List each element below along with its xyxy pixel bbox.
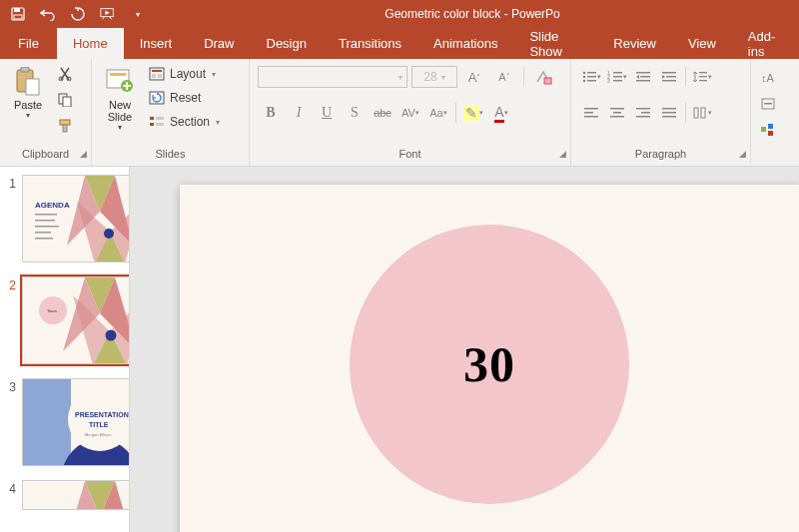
tab-home[interactable]: Home (57, 28, 124, 59)
svg-rect-2 (14, 15, 22, 19)
new-slide-label: New Slide (108, 99, 132, 123)
thumb-number: 1 (2, 175, 16, 263)
align-center-button[interactable] (605, 102, 629, 124)
columns-button[interactable]: ▾ (690, 102, 714, 124)
layout-button[interactable]: Layout ▾ (146, 63, 222, 85)
character-spacing-button[interactable]: AV▾ (398, 101, 423, 125)
tab-slideshow[interactable]: Slide Show (513, 28, 597, 59)
svg-rect-51 (613, 112, 621, 114)
svg-rect-11 (60, 120, 70, 125)
dialog-launcher-icon[interactable]: ◢ (559, 149, 566, 159)
tab-review[interactable]: Review (597, 28, 672, 59)
circle-value: 30 (463, 335, 515, 393)
section-button[interactable]: Section ▾ (146, 111, 222, 133)
clear-formatting-button[interactable] (530, 65, 556, 89)
slide-thumbnails-pane: 1 AGENDA (0, 167, 130, 532)
highlight-button[interactable]: ✎▾ (460, 101, 486, 125)
format-painter-button[interactable] (54, 115, 76, 137)
svg-rect-47 (584, 108, 598, 110)
svg-rect-33 (613, 72, 622, 74)
circle-shape[interactable]: 30 (350, 225, 629, 504)
slide-thumbnail-1[interactable]: AGENDA (22, 175, 130, 263)
slide-thumbnail-2[interactable]: Team (22, 276, 130, 364)
svg-rect-64 (761, 127, 766, 132)
tab-draw[interactable]: Draw (188, 28, 250, 59)
svg-rect-10 (63, 97, 71, 107)
workspace: 1 AGENDA (0, 167, 799, 532)
underline-button[interactable]: U (314, 101, 340, 125)
redo-icon[interactable] (70, 6, 86, 22)
layout-label: Layout (170, 67, 206, 81)
undo-icon[interactable] (40, 6, 56, 22)
convert-smartart-button[interactable] (757, 119, 781, 141)
qat-customize-icon[interactable]: ▾ (130, 6, 146, 22)
dialog-launcher-icon[interactable]: ◢ (80, 149, 87, 159)
increase-indent-button[interactable] (657, 66, 681, 88)
svg-rect-50 (610, 108, 624, 110)
slide-thumbnail-4[interactable] (22, 480, 130, 510)
text-direction-button[interactable]: ↕A (757, 67, 781, 89)
tab-insert[interactable]: Insert (124, 28, 189, 59)
align-left-button[interactable] (579, 102, 603, 124)
ribbon-tabs: File Home Insert Draw Design Transitions… (0, 28, 799, 59)
group-label-clipboard: Clipboard ◢ (0, 148, 91, 166)
chevron-down-icon: ▾ (118, 123, 122, 132)
svg-rect-24 (156, 123, 164, 126)
reset-button[interactable]: Reset (146, 87, 222, 109)
svg-text:TITLE: TITLE (89, 421, 109, 428)
save-icon[interactable] (10, 6, 26, 22)
tab-file[interactable]: File (0, 28, 57, 59)
text-shadow-button[interactable]: S (342, 101, 368, 125)
title-bar: ▾ Geometric color block - PowerPo (0, 0, 799, 28)
line-spacing-button[interactable]: ▾ (690, 66, 714, 88)
paste-button[interactable]: Paste ▾ (6, 63, 50, 120)
change-case-button[interactable]: Aa▾ (425, 101, 451, 125)
group-paragraph: ▾ 123▾ ▾ ▾ Paragraph ◢ (571, 59, 751, 166)
svg-rect-56 (662, 108, 676, 110)
svg-rect-59 (694, 108, 698, 118)
svg-rect-60 (701, 108, 705, 118)
justify-button[interactable] (657, 102, 681, 124)
copy-button[interactable] (54, 89, 76, 111)
window-title: Geometric color block - PowerPo (146, 7, 799, 21)
align-right-button[interactable] (631, 102, 655, 124)
start-slideshow-icon[interactable] (100, 6, 116, 22)
tab-addins[interactable]: Add-ins (732, 28, 799, 59)
slide-thumbnail-3[interactable]: PRESENTATION TITLE Morgan Ellison (22, 378, 130, 466)
slide-canvas[interactable]: 30 (180, 185, 799, 532)
group-label-font: Font ◢ (250, 148, 570, 166)
align-text-button[interactable] (757, 93, 781, 115)
svg-rect-27 (587, 72, 596, 74)
dialog-launcher-icon[interactable]: ◢ (739, 149, 746, 159)
numbering-button[interactable]: 123▾ (605, 66, 629, 88)
bold-button[interactable]: B (258, 101, 284, 125)
section-label: Section (170, 115, 210, 129)
new-slide-button[interactable]: New Slide ▾ (98, 63, 142, 132)
decrease-font-button[interactable]: A˅ (491, 65, 517, 89)
svg-point-28 (583, 76, 586, 79)
strikethrough-button[interactable]: abc (370, 101, 396, 125)
font-size-combo[interactable]: 28▾ (411, 66, 457, 88)
svg-rect-5 (21, 67, 29, 72)
tab-view[interactable]: View (672, 28, 732, 59)
italic-button[interactable]: I (286, 101, 312, 125)
tab-design[interactable]: Design (251, 28, 323, 59)
slide-canvas-area[interactable]: 30 (130, 167, 799, 532)
svg-rect-78 (35, 220, 55, 222)
font-color-button[interactable]: A▾ (488, 101, 514, 125)
tab-animations[interactable]: Animations (417, 28, 513, 59)
svg-point-26 (583, 72, 586, 75)
decrease-indent-button[interactable] (631, 66, 655, 88)
tab-transitions[interactable]: Transitions (323, 28, 417, 59)
svg-rect-18 (152, 74, 156, 78)
bullets-button[interactable]: ▾ (579, 66, 603, 88)
chevron-down-icon: ▾ (26, 111, 30, 120)
svg-rect-22 (156, 117, 164, 120)
font-name-combo[interactable]: ▾ (258, 66, 407, 88)
reset-icon (148, 89, 166, 107)
svg-rect-37 (613, 80, 622, 82)
thumb-number: 2 (2, 276, 16, 364)
increase-font-button[interactable]: A˄ (461, 65, 487, 89)
group-slides: New Slide ▾ Layout ▾ Reset Section ▾ (92, 59, 250, 166)
cut-button[interactable] (54, 63, 76, 85)
